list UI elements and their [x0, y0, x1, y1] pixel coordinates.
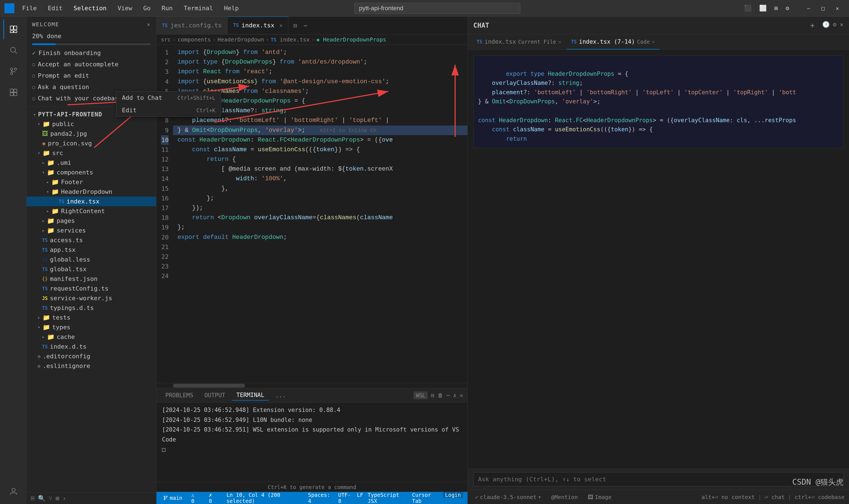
menu-edit[interactable]: Edit	[46, 4, 65, 13]
menu-terminal[interactable]: Terminal	[181, 4, 215, 13]
tree-pages[interactable]: ▸ 📁 pages	[26, 216, 156, 226]
sidebar-item-accept-autocomplete[interactable]: ○ Accept an autocomplete	[26, 59, 156, 70]
menu-help[interactable]: Help	[222, 4, 241, 13]
chat-tab-close-2[interactable]: ✕	[652, 39, 655, 44]
status-errors[interactable]: ⚠ 0	[189, 492, 202, 504]
status-encoding[interactable]: UTF-8	[336, 492, 355, 504]
chat-history-btn[interactable]: 🕑	[822, 21, 830, 30]
tree-components[interactable]: ▾ 📁 components	[26, 167, 156, 177]
tree-index-d-ts[interactable]: TS index.d.ts	[26, 342, 156, 352]
more-icon[interactable]: ›	[62, 495, 66, 502]
tab-jest-config[interactable]: TS jest.config.ts	[157, 17, 228, 34]
tree-rightcontent[interactable]: ▸ 📁 RightContent	[26, 206, 156, 216]
status-spaces[interactable]: Spaces: 4	[306, 492, 336, 504]
menu-file[interactable]: File	[20, 4, 39, 13]
tree-manifest-json[interactable]: {} manifest.json	[26, 274, 156, 284]
horizontal-scrollbar[interactable]	[157, 383, 468, 388]
menu-run[interactable]: Run	[160, 4, 175, 13]
settings-icon[interactable]: ⚙	[783, 4, 792, 13]
terminal-cursor[interactable]: □	[162, 445, 462, 455]
terminal-close-btn[interactable]: ✕	[460, 392, 463, 399]
activity-search[interactable]	[3, 40, 23, 60]
chat-mention-btn[interactable]: @Mention	[548, 493, 581, 502]
tree-cache[interactable]: ▸ 📁 cache	[26, 332, 156, 342]
tree-index-tsx[interactable]: TS index.tsx	[26, 197, 156, 206]
activity-extensions[interactable]	[3, 83, 23, 102]
menu-go[interactable]: Go	[141, 4, 153, 13]
terminal-tab-problems[interactable]: PROBLEMS	[161, 390, 198, 400]
menu-view[interactable]: View	[115, 4, 134, 13]
tree-pro-icon[interactable]: ◈ pro_icon.svg	[26, 139, 156, 148]
close-welcome-btn[interactable]: ✕	[147, 21, 151, 28]
status-eol[interactable]: LF	[355, 492, 365, 498]
scrollbar-thumb[interactable]	[173, 384, 245, 388]
toggle-sidebar-btn[interactable]: ⬜	[757, 4, 769, 13]
tree-headerdropdown[interactable]: ▾ 📁 HeaderDropdown	[26, 187, 156, 197]
more-actions-btn[interactable]: ⋯	[301, 21, 309, 30]
branch-icon[interactable]: ⑂	[49, 495, 52, 502]
status-warnings[interactable]: ✗ 0	[206, 492, 220, 504]
tab-close-btn[interactable]: ✕	[279, 22, 283, 28]
menu-selection[interactable]: Selection	[71, 4, 109, 13]
tree-footer[interactable]: ▸ 📁 Footer	[26, 177, 156, 187]
search-icon-sidebar[interactable]: 🔍	[38, 495, 46, 502]
status-filetype[interactable]: TypeScript JSX	[365, 492, 410, 504]
chat-image-btn[interactable]: 🖼 Image	[585, 493, 614, 502]
terminal-trash-btn[interactable]: 🗑	[438, 392, 443, 399]
tree-tests[interactable]: ▸ 📁 tests	[26, 313, 156, 322]
sidebar-item-prompt-edit[interactable]: ○ Prompt an edit	[26, 70, 156, 81]
tree-eslintignore[interactable]: ⚙ .eslintignore	[26, 361, 156, 371]
tree-global-tsx[interactable]: TS global.tsx	[26, 264, 156, 274]
layout-icon[interactable]: ⊞	[56, 495, 59, 502]
toggle-panel-btn[interactable]: ⬛	[742, 4, 754, 13]
terminal-more-btn[interactable]: ⋯	[447, 392, 450, 399]
tree-service-worker[interactable]: JS service-worker.js	[26, 293, 156, 303]
chat-settings-btn[interactable]: ⚙	[833, 21, 836, 30]
restore-button[interactable]: □	[816, 3, 830, 14]
chat-add-btn[interactable]: ＋	[806, 21, 819, 30]
chat-model-selector[interactable]: ✓ claude-3.5-sonnet ▾	[472, 493, 544, 502]
status-login-btn[interactable]: Login	[443, 492, 463, 498]
activity-explorer[interactable]	[3, 19, 23, 39]
terminal-tab-output[interactable]: OUTPUT	[200, 390, 230, 400]
sidebar-item-ask-question[interactable]: ○ Ask a question	[26, 81, 156, 93]
context-add-to-chat[interactable]: Add to Chat Ctrl+Shift+L	[157, 91, 221, 104]
tree-services[interactable]: ▸ 📁 services	[26, 226, 156, 235]
copy-icon[interactable]: ⎘	[31, 495, 35, 502]
tree-types[interactable]: ▾ 📁 types	[26, 322, 156, 332]
toggle-layout-btn[interactable]: ⊞	[772, 4, 780, 13]
status-cursor-tab[interactable]: Cursor Tab	[410, 492, 442, 504]
chat-content[interactable]: export type HeaderDropdownProps = { over…	[468, 50, 849, 469]
tree-global-less[interactable]: LS global.less	[26, 255, 156, 264]
chat-tab-code[interactable]: TS index.tsx (7-14) Code ✕	[567, 34, 660, 50]
status-branch[interactable]: main	[161, 492, 185, 504]
tree-editorconfig[interactable]: ⚙ .editorconfig	[26, 352, 156, 361]
tree-panda2[interactable]: 🖼 panda2.jpg	[26, 129, 156, 139]
tree-src[interactable]: ▾ 📁 src	[26, 148, 156, 158]
chat-tab-close-1[interactable]: ✕	[558, 39, 561, 44]
terminal-tab-more[interactable]: ...	[271, 390, 290, 400]
sidebar-item-finish-onboarding[interactable]: ✓ Finish onboarding	[26, 47, 156, 59]
svg-point-8	[11, 68, 13, 70]
minimize-button[interactable]: —	[801, 3, 816, 14]
activity-source-control[interactable]	[3, 61, 23, 81]
chat-close-btn[interactable]: ✕	[840, 21, 844, 30]
terminal-split-btn[interactable]: ⊟	[431, 392, 434, 399]
terminal-tab-terminal[interactable]: TERMINAL	[232, 390, 269, 401]
close-button[interactable]: ✕	[830, 3, 845, 14]
search-input[interactable]	[355, 3, 520, 14]
activity-account[interactable]	[3, 481, 23, 501]
chat-tab-current-file[interactable]: TS index.tsx Current File ✕	[472, 34, 566, 50]
tree-access-ts[interactable]: TS access.ts	[26, 235, 156, 245]
tree-umi[interactable]: ▸ 📁 .umi	[26, 158, 156, 167]
status-position[interactable]: Ln 10, Col 4 (200 selected)	[224, 492, 306, 504]
tree-public[interactable]: ▾ 📁 public	[26, 119, 156, 129]
tab-index-tsx[interactable]: TS index.tsx ✕	[228, 17, 288, 34]
context-edit[interactable]: Edit Ctrl+K	[157, 104, 221, 116]
tree-typings[interactable]: TS typings.d.ts	[26, 303, 156, 313]
terminal-maximize-btn[interactable]: ∧	[453, 392, 456, 399]
tree-requestconfig-ts[interactable]: TS requestConfig.ts	[26, 284, 156, 293]
split-editor-btn[interactable]: ⊟	[291, 21, 299, 30]
chat-input[interactable]	[473, 472, 844, 486]
tree-app-tsx[interactable]: TS app.tsx	[26, 245, 156, 255]
